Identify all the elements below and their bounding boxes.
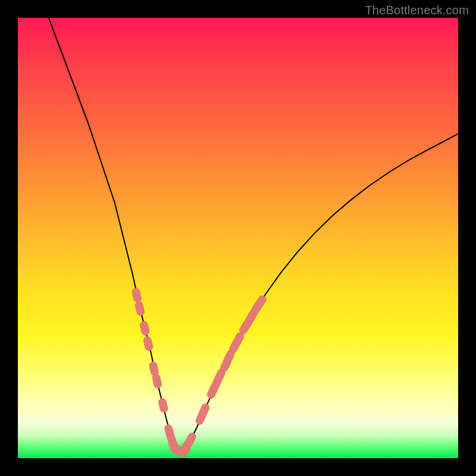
curve-markers bbox=[131, 287, 268, 458]
curve-marker bbox=[139, 321, 150, 336]
curve-marker bbox=[143, 336, 154, 351]
watermark-text: TheBottleneck.com bbox=[365, 4, 469, 17]
bottleneck-curve bbox=[49, 18, 458, 451]
curve-marker bbox=[134, 300, 145, 316]
curve-marker bbox=[152, 373, 162, 389]
chart-frame: TheBottleneck.com bbox=[0, 0, 476, 476]
chart-svg bbox=[18, 18, 458, 458]
curve-marker bbox=[131, 287, 142, 303]
curve-marker bbox=[158, 397, 168, 413]
